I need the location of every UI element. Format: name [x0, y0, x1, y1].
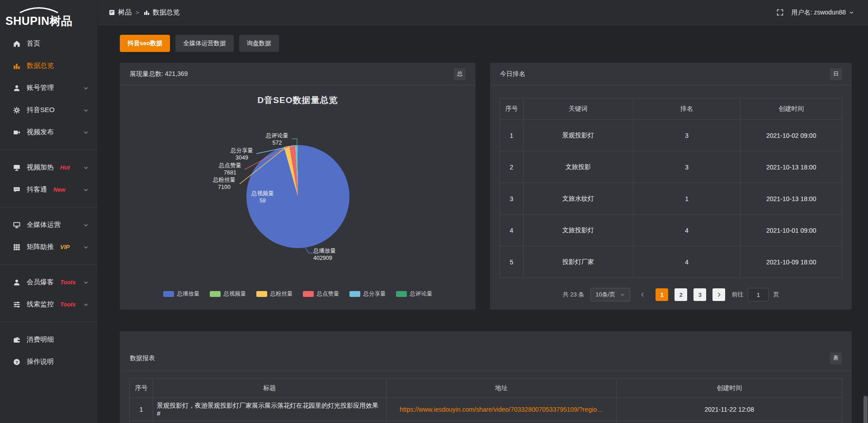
- scrollbar-thumb[interactable]: [863, 396, 868, 423]
- sidebar-item-video-heating[interactable]: 视频加热 Hot: [0, 156, 97, 179]
- table-cell: 2021-10-09 18:00: [740, 246, 842, 277]
- pagination-total: 共 23 条: [563, 291, 585, 299]
- video-camera-icon: [12, 128, 21, 136]
- sidebar-item-data-overview[interactable]: 数据总览: [0, 55, 97, 77]
- sidebar-item-help[interactable]: ? 操作说明: [0, 351, 97, 373]
- sidebar-item-label: 视频发布: [27, 128, 54, 136]
- sidebar-item-account[interactable]: 账号管理: [0, 77, 97, 99]
- table-cell: 1: [633, 183, 741, 214]
- vip-badge: VIP: [60, 244, 70, 250]
- sidebar-item-label: 首页: [27, 39, 40, 48]
- breadcrumb-label: 数据总览: [153, 8, 180, 17]
- chevron-left-icon: [640, 291, 646, 298]
- screen-icon: [12, 164, 21, 172]
- content: 抖音seo数据 全媒体运营数据 询盘数据 展现量总数: 421,369 总 D音…: [98, 25, 868, 423]
- table-cell: 文旅水纹灯: [523, 183, 633, 214]
- table-cell: [386, 421, 617, 423]
- column-header: 标题: [153, 378, 386, 397]
- table-cell: 4: [500, 214, 523, 246]
- divider: [0, 207, 97, 207]
- svg-text:?: ?: [15, 359, 18, 364]
- legend-item[interactable]: 总评论量: [396, 290, 433, 298]
- member-icon: [12, 278, 21, 287]
- sidebar-item-member-baoke[interactable]: 会员爆客 Tools: [0, 271, 97, 293]
- day-view-button[interactable]: 日: [830, 68, 842, 80]
- sidebar-item-matrix-boost[interactable]: 矩阵助推 VIP: [0, 236, 97, 258]
- sidebar-item-clue-monitor[interactable]: 线索监控 Tools: [0, 293, 97, 315]
- table-cell: 3: [633, 151, 741, 183]
- grid-icon: [12, 243, 21, 251]
- sidebar-item-omnimedia[interactable]: 全媒体运营: [0, 214, 97, 236]
- pie-chart: D音SEO数据量总览 总评论量 572: [120, 85, 476, 310]
- sidebar-item-label: 账号管理: [27, 84, 54, 92]
- tools-badge: Tools: [60, 279, 75, 286]
- ranking-panel-header: 今日排名 日: [490, 63, 852, 85]
- ranking-panel: 今日排名 日 序号 关键词 排名 创建时间 1 景观投影灯 3 2021-10-…: [490, 63, 852, 310]
- legend-item[interactable]: 总粉丝量: [256, 290, 293, 298]
- report-title: 数据报表: [130, 354, 155, 362]
- question-circle-icon: ?: [12, 358, 21, 366]
- sidebar-item-label: 数据总览: [27, 61, 54, 70]
- sidebar-item-consumption-detail[interactable]: 消费明细: [0, 329, 97, 351]
- sidebar-item-douyin-seo[interactable]: 抖音SEO: [0, 99, 97, 121]
- wallet-icon: [12, 336, 21, 344]
- pie-label-likes: 总点赞量 7681: [211, 162, 250, 176]
- table-cell: 文旅投影灯: [523, 214, 633, 246]
- legend-item[interactable]: 总播放量: [163, 290, 200, 298]
- legend-item[interactable]: 总点赞量: [303, 290, 340, 298]
- sidebar-item-label: 矩阵助推: [27, 243, 54, 251]
- table-cell: 2021-10-13 18:00: [740, 151, 842, 183]
- gear-icon: [12, 106, 21, 114]
- sliders-icon: [12, 301, 21, 309]
- breadcrumb-item-data-overview[interactable]: 数据总览: [143, 8, 180, 17]
- sidebar-item-video-publish[interactable]: 视频发布: [0, 121, 97, 143]
- table-cell: 3: [633, 119, 741, 151]
- pagination: 共 23 条 10条/页 1 2 3: [490, 288, 852, 301]
- pie-label-comments: 总评论量 572: [258, 132, 297, 146]
- sidebar-nav: 首页 数据总览 账号管理 抖音SEO 视频发布: [0, 33, 97, 373]
- legend-item[interactable]: 总视频量: [210, 290, 246, 298]
- divider: [0, 264, 97, 265]
- legend-item[interactable]: 总分享量: [349, 290, 386, 298]
- next-page-button[interactable]: [712, 288, 725, 301]
- overview-title: 展现量总数: 421,369: [130, 70, 188, 78]
- overview-panel: 展现量总数: 421,369 总 D音SEO数据量总览: [120, 63, 476, 310]
- logo-arc: [18, 7, 60, 13]
- table-cell: 3: [500, 183, 523, 214]
- table-cell: 1: [500, 119, 523, 151]
- video-link[interactable]: https://www.iesdouyin.com/share/video/70…: [386, 397, 617, 421]
- page-size-select[interactable]: 10条/页: [590, 288, 630, 301]
- main-area: 树品 > 数据总览 用户名: zswodun88 抖音s: [98, 0, 868, 423]
- chevron-down-icon: [83, 187, 89, 193]
- panel-row: 展现量总数: 421,369 总 D音SEO数据量总览: [120, 63, 852, 310]
- table-view-button[interactable]: 表: [830, 352, 842, 364]
- table-cell: 景观投影灯，夜游景观投影灯厂家展示展示落花灯在花园里的灯光投影应用效果 #: [153, 397, 386, 421]
- table-cell: [616, 421, 842, 423]
- sidebar-item-doketong[interactable]: 抖客通 New: [0, 179, 97, 201]
- page-button-3[interactable]: 3: [693, 288, 706, 301]
- report-table: 序号 标题 地址 创建时间 1 景观投影灯，夜游景观投影灯厂家展示展示落花灯在花…: [129, 378, 842, 423]
- breadcrumb-item-shupin[interactable]: 树品: [108, 8, 132, 17]
- table-cell: 4: [633, 246, 741, 277]
- sidebar-item-home[interactable]: 首页: [0, 33, 97, 55]
- board-icon: [108, 9, 115, 16]
- page-button-2[interactable]: 2: [675, 288, 687, 301]
- ranking-title: 今日排名: [500, 70, 525, 78]
- table-cell: 2021-10-01 09:00: [740, 214, 842, 246]
- total-view-button[interactable]: 总: [454, 68, 466, 80]
- tools-badge: Tools: [60, 301, 75, 308]
- sidebar-item-label: 全媒体运营: [27, 221, 61, 229]
- pie-label-lines: [120, 85, 476, 310]
- chevron-down-icon: [849, 9, 854, 15]
- page-jump: 前往 页: [731, 288, 779, 301]
- tab-douyin-seo-data[interactable]: 抖音seo数据: [120, 35, 170, 52]
- tab-omnimedia-data[interactable]: 全媒体运营数据: [175, 35, 234, 52]
- page-jump-input[interactable]: [748, 288, 769, 301]
- tab-inquiry-data[interactable]: 询盘数据: [239, 35, 279, 52]
- overview-panel-header: 展现量总数: 421,369 总: [120, 63, 476, 85]
- page-button-1[interactable]: 1: [656, 288, 668, 301]
- chevron-down-icon: [83, 222, 89, 228]
- fullscreen-button[interactable]: [776, 9, 784, 16]
- prev-page-button[interactable]: [637, 288, 649, 301]
- username-dropdown[interactable]: 用户名: zswodun88: [791, 9, 854, 17]
